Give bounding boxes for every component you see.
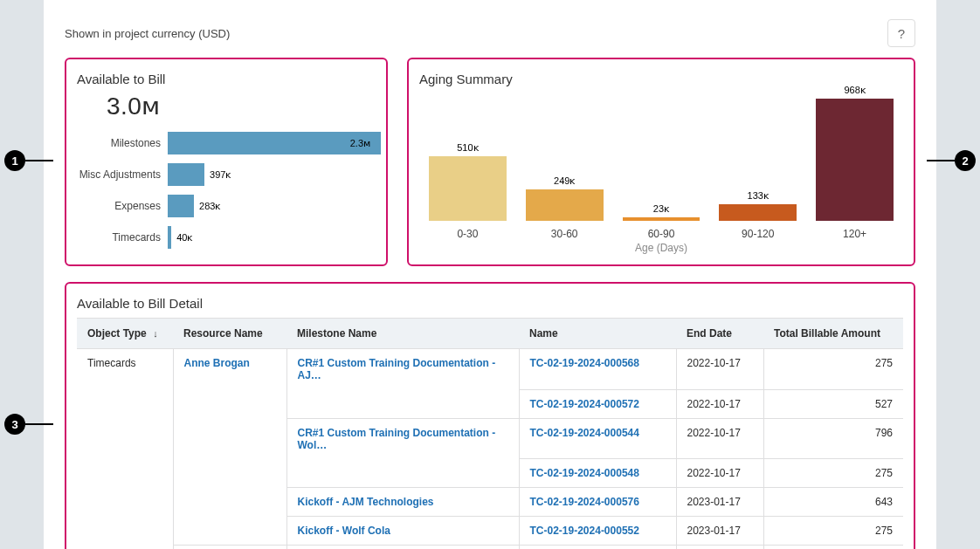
cell-name[interactable]: TC-02-19-2024-000572	[519, 389, 676, 418]
cell-total-billable: 527	[763, 389, 903, 418]
callout-line-2	[927, 160, 955, 161]
hbar-fill	[168, 132, 381, 154]
cell-milestone-name	[286, 459, 519, 488]
hbar-fill	[168, 226, 171, 249]
table-row: CR#1 Custom Training Documentation - Wol…	[77, 418, 903, 459]
col-resource-name[interactable]: Resource Name	[173, 319, 286, 349]
table-row: TimecardsAnne BroganCR#1 Custom Training…	[77, 349, 903, 390]
cell-resource-name	[173, 459, 286, 488]
vbar-value: 510ᴋ	[457, 142, 478, 154]
cell-total-billable: 643	[763, 488, 903, 517]
hbar-row: Expenses283ᴋ	[77, 190, 376, 222]
cell-name[interactable]: TC-02-19-2024-000568	[519, 349, 676, 390]
vbar-col: 968ᴋ120+	[806, 85, 903, 240]
hbar-fill	[168, 163, 204, 186]
cell-resource-name	[173, 418, 286, 459]
cell-milestone-name[interactable]: Kickoff - Wolf Cola	[286, 517, 519, 546]
vbar-fill	[816, 99, 894, 221]
col-total-billable[interactable]: Total Billable Amount	[763, 319, 903, 349]
milestone-link[interactable]: CR#1 Custom Training Documentation - Wol…	[298, 427, 496, 451]
cell-resource-name	[173, 389, 286, 418]
cell-end-date: 2022-10-17	[676, 349, 763, 390]
cell-name[interactable]: TC-02-19-2024-000541	[519, 546, 676, 550]
hbar-row: Milestones2.3ᴍ	[77, 127, 376, 159]
cell-resource-name[interactable]: Anne Brogan	[173, 349, 286, 390]
resource-link[interactable]: Anne Brogan	[184, 357, 250, 369]
available-to-bill-panel: Available to Bill 3.0ᴍ Milestones2.3ᴍMis…	[65, 58, 388, 266]
hbar-row: Timecards40ᴋ	[77, 222, 376, 253]
cell-total-billable: 275	[763, 459, 903, 488]
cell-object-type	[77, 488, 173, 517]
cell-name[interactable]: TC-02-19-2024-000552	[519, 517, 676, 546]
vbar-fill	[526, 189, 604, 221]
cell-milestone-name[interactable]: CR#1 Custom Training Documentation - Wol…	[286, 546, 519, 550]
name-link[interactable]: TC-02-19-2024-000576	[530, 496, 639, 508]
detail-panel: Available to Bill Detail Object Type ↓ R…	[65, 282, 915, 549]
cell-name[interactable]: TC-02-19-2024-000544	[519, 418, 676, 459]
col-object-type[interactable]: Object Type ↓	[77, 319, 173, 349]
cell-object-type	[77, 389, 173, 418]
cell-milestone-name	[286, 389, 519, 418]
table-header-row: Object Type ↓ Resource Name Milestone Na…	[77, 319, 903, 349]
col-name[interactable]: Name	[519, 319, 676, 349]
vbar-category: 30-60	[551, 228, 578, 240]
table-row: Beth HornCR#1 Custom Training Documentat…	[77, 546, 903, 550]
aging-bar-chart[interactable]: 510ᴋ0-30249ᴋ30-6023ᴋ60-90133ᴋ90-120968ᴋ1…	[419, 92, 903, 240]
cell-object-type	[77, 517, 173, 546]
vbar-value: 23ᴋ	[653, 203, 669, 215]
cell-milestone-name[interactable]: CR#1 Custom Training Documentation - Wol…	[286, 418, 519, 459]
hbar-value: 283ᴋ	[199, 201, 220, 212]
milestone-link[interactable]: CR#1 Custom Training Documentation - AJ…	[298, 357, 496, 381]
name-link[interactable]: TC-02-19-2024-000544	[530, 427, 639, 439]
cell-resource-name	[173, 517, 286, 546]
name-link[interactable]: TC-02-19-2024-000548	[530, 467, 639, 479]
aging-summary-panel: Aging Summary 510ᴋ0-30249ᴋ30-6023ᴋ60-901…	[407, 58, 915, 266]
hbar-label: Expenses	[77, 200, 168, 212]
cell-name[interactable]: TC-02-19-2024-000548	[519, 459, 676, 488]
cell-end-date: 2022-10-17	[676, 418, 763, 459]
cell-object-type: Timecards	[77, 349, 173, 390]
cell-total-billable: 796	[763, 418, 903, 459]
hbar-row: Misc Adjustments397ᴋ	[77, 159, 376, 190]
cell-milestone-name[interactable]: Kickoff - AJM Technologies	[286, 488, 519, 517]
hbar-fill	[168, 195, 194, 217]
milestone-link[interactable]: Kickoff - AJM Technologies	[298, 496, 434, 508]
cell-object-type	[77, 546, 173, 550]
cell-milestone-name[interactable]: CR#1 Custom Training Documentation - AJ…	[286, 349, 519, 390]
help-button[interactable]: ?	[887, 19, 915, 47]
detail-table: Object Type ↓ Resource Name Milestone Na…	[77, 318, 903, 549]
name-link[interactable]: TC-02-19-2024-000568	[530, 357, 639, 369]
name-link[interactable]: TC-02-19-2024-000552	[530, 525, 639, 537]
name-link[interactable]: TC-02-19-2024-000572	[530, 398, 639, 410]
panel-title-available: Available to Bill	[77, 72, 376, 86]
vbar-value: 133ᴋ	[748, 190, 769, 202]
table-row: Kickoff - AJM TechnologiesTC-02-19-2024-…	[77, 488, 903, 517]
vbar-category: 0-30	[457, 228, 478, 240]
col-end-date[interactable]: End Date	[676, 319, 763, 349]
cell-name[interactable]: TC-02-19-2024-000576	[519, 488, 676, 517]
cell-resource-name[interactable]: Beth Horn	[173, 546, 286, 550]
cell-end-date: 2023-01-17	[676, 488, 763, 517]
hbar-value: 397ᴋ	[210, 169, 231, 181]
vbar-col: 133ᴋ90-120	[709, 190, 806, 240]
available-bar-chart[interactable]: Milestones2.3ᴍMisc Adjustments397ᴋExpens…	[77, 127, 376, 253]
cell-end-date: 2022-10-17	[676, 389, 763, 418]
vbar-fill	[623, 217, 700, 221]
milestone-link[interactable]: Kickoff - Wolf Cola	[298, 525, 390, 537]
vbar-category: 60-90	[648, 228, 675, 240]
hbar-label: Timecards	[77, 231, 168, 244]
panel-title-detail: Available to Bill Detail	[77, 296, 903, 311]
hbar-track: 283ᴋ	[168, 195, 376, 217]
callout-1: 1	[4, 150, 25, 171]
hbar-label: Milestones	[77, 137, 168, 149]
vbar-value: 249ᴋ	[554, 175, 575, 187]
vbar-value: 968ᴋ	[844, 85, 865, 96]
hbar-track: 397ᴋ	[168, 163, 376, 186]
vbar-fill	[429, 156, 507, 221]
vbar-category: 90-120	[742, 228, 774, 240]
col-milestone-name[interactable]: Milestone Name	[286, 319, 519, 349]
vbar-col: 249ᴋ30-60	[516, 175, 613, 240]
table-row: TC-02-19-2024-0005482022-10-17275	[77, 459, 903, 488]
sort-arrow-icon: ↓	[153, 328, 158, 339]
cell-end-date: 2022-10-17	[676, 459, 763, 488]
